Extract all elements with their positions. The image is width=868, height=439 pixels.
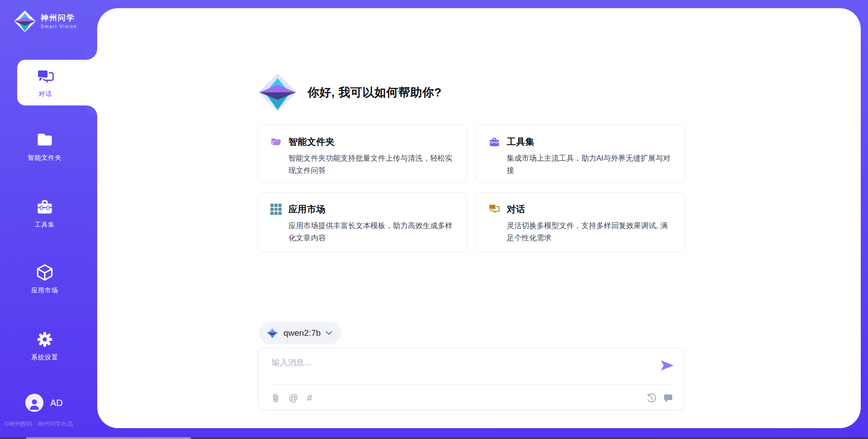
- briefcase-icon: [35, 197, 55, 217]
- copyright-footer: ©神州数码 · 神州问学出品: [5, 420, 73, 428]
- card-title: 智能文件夹: [288, 136, 335, 148]
- gear-icon: [35, 329, 55, 349]
- card-title: 对话: [507, 203, 525, 215]
- sidebar-item-label: 应用市场: [31, 286, 58, 295]
- model-selector[interactable]: qwen2:7b: [259, 322, 341, 344]
- sidebar-item-label: 对话: [39, 90, 52, 98]
- card-app-market[interactable]: 应用市场 应用市场提供丰富长文本模板，助力高效生成多样化文章内容: [258, 192, 467, 252]
- avatar: [25, 394, 43, 412]
- composer-tools-right: [646, 393, 673, 403]
- card-description: 应用市场提供丰富长文本模板，助力高效生成多样化文章内容: [288, 220, 455, 244]
- folder-open-icon: [270, 136, 282, 148]
- attachment-icon[interactable]: [272, 393, 280, 403]
- sidebar: 神州问学 Smart Vision 对话 智能文件夹: [0, 0, 97, 439]
- cube-icon: [35, 262, 55, 282]
- sidebar-item-label: 智能文件夹: [28, 154, 62, 162]
- history-icon[interactable]: [646, 393, 656, 403]
- brand-diamond-icon: [266, 327, 278, 339]
- tab-fillet-top: [86, 49, 97, 60]
- sidebar-item-apps[interactable]: 应用市场: [9, 262, 81, 295]
- card-toolset[interactable]: 工具集 集成市场上主流工具，助力AI与外界无缝扩展与对接: [476, 124, 685, 183]
- brand-diamond-icon: [258, 72, 297, 112]
- briefcase-icon: [488, 136, 500, 148]
- chevron-down-icon: [326, 331, 332, 335]
- sidebar-item-chat[interactable]: 对话: [17, 60, 97, 105]
- message-composer: @ #: [258, 348, 684, 410]
- card-title: 应用市场: [288, 203, 326, 215]
- scrollbar-thumb[interactable]: [26, 437, 191, 439]
- brand-diamond-icon: [14, 10, 36, 33]
- card-description: 灵活切换多模型文件，支持多样回复效果调试, 满足个性化需求: [507, 220, 673, 244]
- sidebar-item-tools[interactable]: 工具集: [9, 197, 81, 229]
- sidebar-item-label: 系统设置: [31, 353, 58, 362]
- composer-tools-left: @ #: [272, 393, 312, 403]
- card-description: 集成市场上主流工具，助力AI与外界无缝扩展与对接: [507, 152, 673, 177]
- card-chat[interactable]: 对话 灵活切换多模型文件，支持多样回复效果调试, 满足个性化需求: [476, 192, 685, 252]
- hash-icon[interactable]: #: [307, 393, 312, 403]
- app-window: 神州问学 Smart Vision 对话 智能文件夹: [0, 0, 868, 439]
- chat-bubbles-icon: [36, 67, 56, 87]
- sidebar-item-folders[interactable]: 智能文件夹: [9, 130, 81, 162]
- card-smart-folder[interactable]: 智能文件夹 智能文件夹功能支持批量文件上传与清洗，轻松实现文件问答: [258, 124, 467, 183]
- app-tagline: Smart Vision: [41, 24, 77, 29]
- send-icon[interactable]: [660, 359, 674, 372]
- mention-icon[interactable]: @: [289, 393, 298, 403]
- tab-fillet-bottom: [86, 105, 97, 116]
- user-profile[interactable]: AD: [25, 394, 63, 412]
- feature-cards: 智能文件夹 智能文件夹功能支持批量文件上传与清洗，轻松实现文件问答 工具集 集成…: [258, 124, 685, 252]
- folder-icon: [35, 130, 55, 150]
- user-name: AD: [50, 398, 63, 408]
- greeting-block: 你好, 我可以如何帮助你?: [258, 72, 442, 112]
- horizontal-scrollbar[interactable]: [0, 437, 868, 439]
- card-description: 智能文件夹功能支持批量文件上传与清洗，轻松实现文件问答: [288, 152, 455, 177]
- app-name: 神州问学: [41, 14, 77, 23]
- person-icon: [28, 397, 41, 411]
- app-logo: 神州问学 Smart Vision: [14, 10, 77, 33]
- composer-divider: [267, 384, 675, 385]
- chat-bubbles-icon: [488, 203, 500, 215]
- chat-bubble-icon[interactable]: [663, 393, 673, 403]
- message-input[interactable]: [272, 357, 629, 381]
- grid-icon: [270, 203, 282, 215]
- sidebar-item-label: 工具集: [35, 221, 55, 229]
- sidebar-item-settings[interactable]: 系统设置: [9, 329, 81, 362]
- greeting-title: 你好, 我可以如何帮助你?: [307, 85, 442, 100]
- model-name: qwen2:7b: [283, 328, 321, 338]
- card-title: 工具集: [507, 136, 535, 148]
